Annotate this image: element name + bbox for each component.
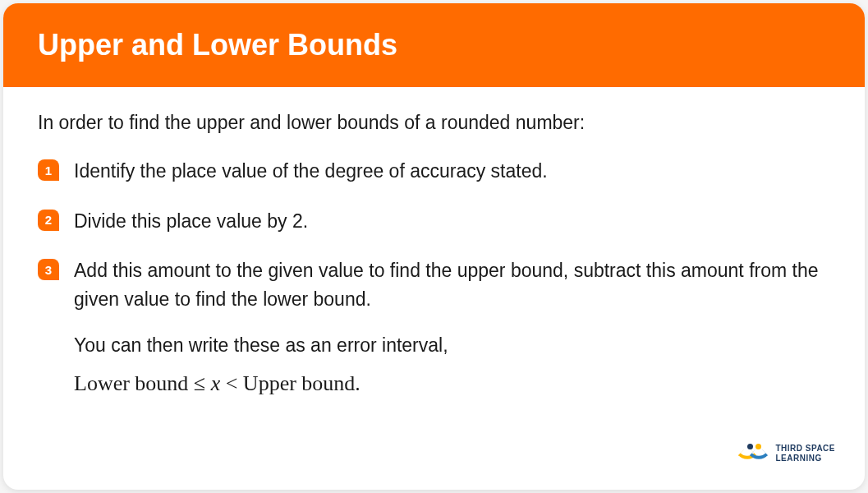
- step-number-badge: 3: [38, 259, 59, 280]
- step-item: 1 Identify the place value of the degree…: [38, 157, 830, 186]
- formula-variable: x: [211, 371, 221, 395]
- step-number-badge: 1: [38, 159, 59, 181]
- formula-lower: Lower bound: [74, 371, 188, 395]
- info-card: Upper and Lower Bounds In order to find …: [3, 3, 865, 490]
- step-text: Add this amount to the given value to fi…: [74, 256, 830, 313]
- logo-text-line2: LEARNING: [775, 454, 835, 463]
- logo-icon: [741, 444, 767, 463]
- step-number-badge: 2: [38, 210, 59, 231]
- logo-text-line1: THIRD SPACE: [775, 444, 835, 454]
- step-item: 2 Divide this place value by 2.: [38, 207, 830, 236]
- step-text: Identify the place value of the degree o…: [74, 157, 548, 186]
- error-interval-formula: Lower bound ≤ x < Upper bound.: [74, 371, 830, 396]
- card-header: Upper and Lower Bounds: [3, 3, 865, 87]
- formula-upper: Upper bound.: [243, 371, 361, 395]
- intro-text: In order to find the upper and lower bou…: [38, 112, 830, 134]
- footer-note: You can then write these as an error int…: [74, 334, 830, 357]
- card-content: In order to find the upper and lower bou…: [3, 87, 865, 421]
- formula-leq: ≤: [194, 371, 205, 395]
- step-text: Divide this place value by 2.: [74, 207, 308, 236]
- step-item: 3 Add this amount to the given value to …: [38, 256, 830, 313]
- logo-text: THIRD SPACE LEARNING: [775, 444, 835, 463]
- formula-lt: <: [226, 371, 238, 395]
- card-title: Upper and Lower Bounds: [38, 28, 830, 62]
- brand-logo: THIRD SPACE LEARNING: [741, 444, 835, 463]
